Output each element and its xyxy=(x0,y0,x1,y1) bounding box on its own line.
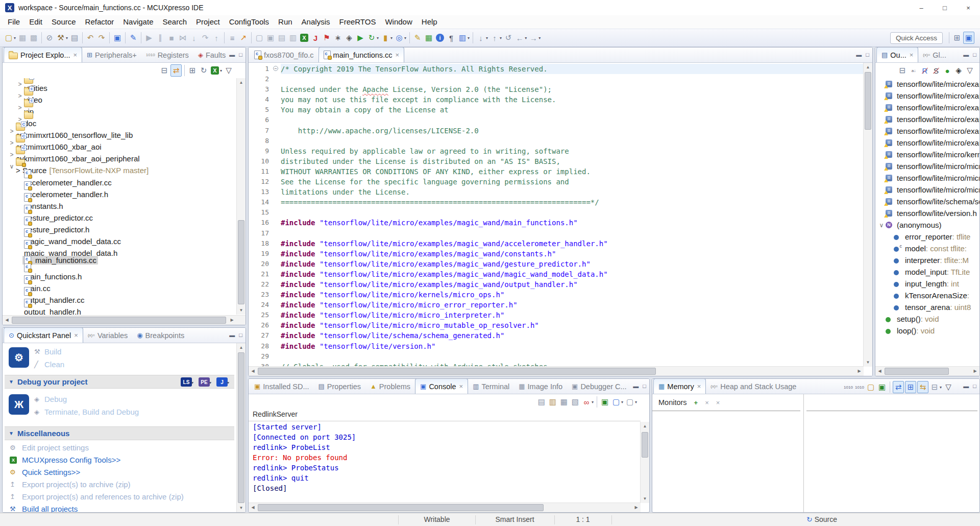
maximize-view-icon[interactable]: □ xyxy=(239,52,242,58)
mcux-menu-icon-dropdown[interactable]: ▾ xyxy=(220,68,222,73)
hide-static-icon[interactable]: S xyxy=(931,65,941,76)
close-button[interactable]: × xyxy=(957,0,980,15)
focus-view-icon[interactable]: ⊞ xyxy=(187,65,198,76)
collapse-all-icon[interactable]: ⊟ xyxy=(159,65,169,76)
maximize-view-icon[interactable]: □ xyxy=(973,52,976,58)
close-tab-icon[interactable]: × xyxy=(697,382,701,390)
tab-memory[interactable]: ▦Memory× xyxy=(653,378,706,394)
run-icon[interactable]: ▶ xyxy=(355,32,365,43)
coverage-icon-dropdown[interactable]: ▾ xyxy=(377,36,379,40)
debug-section-header[interactable]: ▼ Debug your project LS▾PE▾J▾ xyxy=(5,375,234,389)
quickstart-item-mcuxpresso-config-tools[interactable]: XMCUXpresso Config Tools>> xyxy=(10,454,120,465)
sdk-console-icon[interactable]: ▣ xyxy=(112,32,122,43)
suspend-icon[interactable]: ∥ xyxy=(155,32,165,43)
view-menu-icon[interactable]: ▽ xyxy=(965,65,975,76)
display-console-icon-dropdown[interactable]: ▾ xyxy=(621,400,623,404)
outline-item-tensorflow-lite-micro-examples-magic-wand-magic-wand-model-data-h[interactable]: tensorflow/lite/micro/examples/magic_wan… xyxy=(875,125,979,137)
paste-icon[interactable]: ▣ xyxy=(265,32,276,43)
tab-fxos8700-fifo-c[interactable]: fxos8700_fifo.c xyxy=(250,47,318,62)
config-tools-icon[interactable]: X xyxy=(300,34,308,42)
quickstart-item-edit-project-settings[interactable]: ⚙Edit project settings xyxy=(10,442,89,453)
close-tab-icon[interactable]: × xyxy=(396,51,400,59)
hide-inactive-icon[interactable]: ◈ xyxy=(953,65,964,76)
tab-image-info[interactable]: ▦Image Info xyxy=(514,379,567,394)
scroll-lock-icon[interactable]: ▧ xyxy=(570,396,580,408)
tab-registers[interactable]: 1010Registers xyxy=(141,47,193,62)
menu-freertos[interactable]: FreeRTOS xyxy=(334,15,380,29)
search-icon[interactable]: ◎ xyxy=(394,32,404,43)
project-tree[interactable]: >utilities>video>xip>doc>evkmimxrt1060_t… xyxy=(3,78,236,315)
block-select-icon[interactable]: ▥ xyxy=(457,32,468,43)
probe-ls-dropdown[interactable]: ▾ xyxy=(191,380,193,385)
tab-console[interactable]: ▣Console× xyxy=(415,378,468,394)
tab-peripherals[interactable]: ⊞Peripherals+ xyxy=(82,47,141,62)
build-icon[interactable]: ⚒ xyxy=(56,32,66,43)
split-pane-icon[interactable]: ⊞ xyxy=(905,381,916,393)
outline-item-setup[interactable]: setup() : void xyxy=(875,313,979,325)
tab-variables[interactable]: (x)=Variables xyxy=(83,328,132,343)
tab-ou[interactable]: ▤Ou...× xyxy=(876,47,918,62)
probe-ls-button[interactable]: LS xyxy=(181,377,192,387)
probe-pe-button[interactable]: PE xyxy=(199,377,210,387)
tab-heap-and-stack-usage[interactable]: (x)=Heap and Stack Usage xyxy=(706,379,801,394)
tab-gl[interactable]: (x)=Gl... xyxy=(918,47,951,62)
console-output[interactable]: [Started server][Connected on port 3025]… xyxy=(249,422,641,503)
link-icon[interactable]: ▥ xyxy=(288,32,298,43)
show-view-icon[interactable]: ▦ xyxy=(424,32,434,43)
tree-item-video[interactable]: >video xyxy=(3,90,236,102)
gui-flash-icon[interactable]: ✎ xyxy=(128,32,138,43)
debug-big-icon[interactable]: Ж xyxy=(9,394,29,415)
mcux-menu-icon[interactable]: X xyxy=(211,66,219,75)
close-tab-icon[interactable]: × xyxy=(74,331,78,339)
pin-console-icon[interactable]: ∞ xyxy=(581,396,592,408)
maximize-button[interactable]: □ xyxy=(933,0,957,15)
back-icon-dropdown[interactable]: ▾ xyxy=(525,36,527,40)
terminate-icon[interactable]: ■ xyxy=(166,32,177,43)
open-element-icon[interactable]: ↗ xyxy=(238,32,249,43)
tab-debugger-c[interactable]: ▣Debugger C... xyxy=(567,379,631,394)
minimize-view-icon[interactable]: ▬ xyxy=(856,52,862,58)
last-edit-icon[interactable]: ↺ xyxy=(503,32,513,43)
clone-icon[interactable]: ▤ xyxy=(277,32,287,43)
outline-item-anonymous[interactable]: ∨(anonymous) xyxy=(875,219,979,231)
clear-console-icon[interactable]: ▦ xyxy=(559,396,569,408)
outline-item-model[interactable]: model : const tflite: xyxy=(875,243,979,254)
back-icon[interactable]: ← xyxy=(514,32,525,43)
menu-configtools[interactable]: ConfigTools xyxy=(225,15,274,29)
probe-j-dropdown[interactable]: ▾ xyxy=(227,380,229,385)
minimize-button[interactable]: – xyxy=(910,0,933,15)
jlink-icon[interactable]: J xyxy=(310,32,321,43)
instruction-stepping-icon[interactable]: ≡ xyxy=(227,32,237,43)
outline-item-tensorflow-lite-micro-examples-magic-wand-accelerometer-handler-h[interactable]: tensorflow/lite/micro/examples/magic_wan… xyxy=(875,90,979,102)
explorer-vertical-scrollbar[interactable]: ▲ ▼ xyxy=(236,78,246,315)
collapse-all-icon[interactable]: ⊟ xyxy=(897,65,908,76)
flash-programmer-icon[interactable]: ▮ xyxy=(380,32,390,43)
skip-breakpoints-icon[interactable]: ⊘ xyxy=(44,32,55,43)
outline-item-loop[interactable]: loop() : void xyxy=(875,325,979,337)
hide-fields-icon[interactable]: R xyxy=(920,65,930,76)
save-icon[interactable]: ▦ xyxy=(17,32,28,43)
open-perspective-icon[interactable]: ⊞ xyxy=(952,32,962,43)
display-console-icon[interactable]: ▢ xyxy=(611,396,621,408)
menu-help[interactable]: Help xyxy=(417,15,442,29)
menu-source[interactable]: Source xyxy=(47,15,81,29)
display-selected-icon[interactable]: ▣ xyxy=(600,396,610,408)
outline-item-tensorflow-lite-micro-examples-magic-wand-gesture-predictor-h[interactable]: tensorflow/lite/micro/examples/magic_wan… xyxy=(875,113,979,125)
outline-item-tensorflow-lite-micro-micro-mutable-op-resolver-h[interactable]: tensorflow/lite/micro/micro_mutable_op_r… xyxy=(875,184,979,196)
outline-list[interactable]: tensorflow/lite/micro/examples/magic_wan… xyxy=(875,78,979,366)
copy-icon[interactable]: ▢ xyxy=(254,32,264,43)
add-monitor-icon[interactable]: + xyxy=(694,399,698,407)
minimize-view-icon[interactable]: ▬ xyxy=(229,52,235,58)
sort-icon[interactable]: a↓ xyxy=(909,65,919,76)
minimize-view-icon[interactable]: ▬ xyxy=(963,52,969,58)
close-tab-icon[interactable]: × xyxy=(459,382,463,390)
next-annotation-icon[interactable]: ↓ xyxy=(476,32,486,43)
rtos-snow-icon[interactable]: ◈ xyxy=(344,32,354,43)
step-over-icon[interactable]: ↷ xyxy=(200,32,210,43)
menu-run[interactable]: Run xyxy=(274,15,297,29)
outline-item-tensorflow-lite-micro-examples-magic-wand-main-functions-h[interactable]: tensorflow/lite/micro/examples/magic_wan… xyxy=(875,78,979,90)
new-wizard-icon-dropdown[interactable]: ▾ xyxy=(14,36,16,40)
disconnect-icon[interactable]: ⋈ xyxy=(178,32,188,43)
new-wizard-icon[interactable]: ▢ xyxy=(4,32,14,43)
forward-icon[interactable]: → xyxy=(528,32,538,43)
